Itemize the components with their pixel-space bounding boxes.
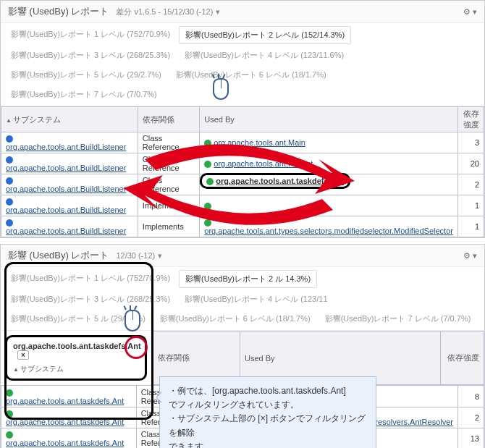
strength-cell: 3	[457, 132, 484, 153]
relation-cell: Class Reference	[138, 174, 199, 195]
col-header-strength[interactable]: 依存強度	[441, 331, 484, 385]
usedby-link[interactable]: org.apache.tools.ant.types.selectors.mod…	[204, 227, 453, 235]
class-icon	[204, 203, 211, 210]
callout-line: ・例では、[org.apache.tools.ant.taskdefs.Ant]	[169, 384, 367, 398]
strength-cell: 20	[457, 153, 484, 174]
callout-line: ・サブシステム上部の [×] ボタンでフィルタリングを解除	[169, 412, 367, 439]
table-row: org.apache.tools.ant.BuildListener Imple…	[1, 216, 484, 237]
mouse-cursor-icon	[210, 72, 232, 101]
panel-title: 影響 (UsedBy) レポート	[8, 5, 109, 18]
relation-cell: Implements	[138, 195, 199, 216]
col-header-usedby[interactable]: Used By	[200, 107, 458, 132]
tab-level-2[interactable]: 影響(UsedBy)レポート 2 レベル (152/14.3%)	[179, 26, 351, 44]
tab-level-5[interactable]: 影響(UsedBy)レポート 5 レベル (29/2.7%)	[5, 67, 167, 83]
class-icon	[206, 178, 214, 185]
filter-clear-button[interactable]: ×	[17, 350, 29, 360]
report-table-top: ▲サブシステム 依存関係 Used By 依存強度 org.apache.too…	[1, 106, 484, 237]
tab-level-3[interactable]: 影響(UsedBy)レポート 3 レベル (268/25.3%)	[5, 291, 176, 308]
subsystem-link[interactable]: org.apache.tools.ant.BuildListener	[6, 227, 126, 235]
col-header-relation[interactable]: 依存関係	[138, 107, 199, 132]
subsystem-link[interactable]: org.apache.tools.ant.taskdefs.Ant	[6, 439, 124, 447]
col-header-strength[interactable]: 依存強度	[457, 107, 484, 132]
tabs-row: 影響(UsedBy)レポート 1 レベル (752/70.9%) 影響(Used…	[1, 23, 484, 106]
strength-cell: 2	[457, 174, 484, 195]
tabs-row: 影響(UsedBy)レポート 1 レベル (752/70.9%) 影響(Used…	[1, 267, 484, 331]
gear-icon[interactable]: ⚙ ▾	[463, 7, 477, 17]
callout-line: でフィルタリングされています。	[169, 398, 367, 412]
tab-level-3[interactable]: 影響(UsedBy)レポート 3 レベル (268/25.3%)	[5, 47, 176, 64]
usedby-link[interactable]: org.apache.tools.ant.Main	[214, 138, 305, 147]
tab-level-4[interactable]: 影響(UsedBy)レポート 4 レベル (123/11.6%)	[179, 47, 350, 64]
class-icon	[204, 140, 211, 147]
report-panel-top: 影響 (UsedBy) レポート 差分 v1.6.5 - 15/12/30 (-…	[0, 0, 485, 238]
dropdown-icon[interactable]: ▾	[158, 251, 162, 261]
strength-cell: 8	[458, 386, 484, 407]
col-header-subsystem[interactable]: ▲サブシステム	[1, 107, 138, 132]
subsystem-link[interactable]: org.apache.tools.ant.taskdefs.Ant	[6, 418, 124, 426]
class-icon	[204, 161, 211, 168]
subsystem-link[interactable]: org.apache.tools.ant.BuildListener	[6, 206, 126, 214]
panel-header: 影響 (UsedBy) レポート 差分 v1.6.5 - 15/12/30 (-…	[1, 1, 484, 23]
usedby-link[interactable]: org.apache.tools.ant.Project	[214, 159, 313, 168]
tab-level-1[interactable]: 影響(UsedBy)レポート 1 レベル (752/70.9%)	[5, 270, 176, 288]
subsystem-link[interactable]: org.apache.tools.ant.BuildListener	[6, 164, 126, 172]
callout-line: できます。	[169, 440, 367, 448]
class-icon	[6, 410, 13, 418]
tab-level-7[interactable]: 影響(UsedBy)レポート 7 レベル (7/0.7%)	[5, 86, 163, 103]
class-icon	[6, 389, 13, 397]
subsystem-link[interactable]: org.apache.tools.ant.taskdefs.Ant	[6, 397, 124, 405]
panel-header: 影響 (UsedBy) レポート 12/30 (-12) ▾ ⚙ ▾	[1, 245, 484, 267]
usedby-cell-highlighted: org.apache.tools.ant.taskdefs.Ant	[200, 174, 458, 195]
subsystem-link[interactable]: org.apache.tools.ant.BuildListener	[6, 143, 126, 151]
filter-text: org.apache.tools.ant.taskdefs.Ant ×	[13, 342, 139, 360]
strength-cell: 1	[457, 195, 484, 216]
table-row: org.apache.tools.ant.BuildListener Class…	[1, 153, 484, 174]
panel-diff-label: 差分 v1.6.5 - 15/12/30 (-12)	[116, 7, 213, 17]
tab-level-6[interactable]: 影響(UsedBy)レポート 6 レベル (18/1.7%)	[154, 310, 316, 327]
dropdown-icon[interactable]: ▾	[216, 7, 220, 17]
tab-level-4[interactable]: 影響(UsedBy)レポート 4 レベル (123/11	[179, 291, 333, 308]
strength-cell: 1	[457, 216, 484, 237]
info-icon	[6, 198, 13, 206]
info-icon	[6, 156, 13, 164]
info-icon	[6, 135, 13, 143]
relation-cell: Implements	[138, 216, 199, 237]
table-row: org.apache.tools.ant.BuildListener Class…	[1, 174, 484, 195]
tab-level-6[interactable]: 影響(UsedBy)レポート 6 レベル (18/1.7%)	[170, 67, 332, 83]
info-icon	[6, 219, 13, 227]
panel-diff-label: 12/30 (-12)	[116, 251, 155, 260]
table-row: org.apache.tools.ant.BuildListener Class…	[1, 132, 484, 153]
relation-cell: Class Reference	[138, 132, 199, 153]
tab-level-7[interactable]: 影響(UsedBy)レポート 7 レベル (7/0.7%)	[319, 310, 477, 327]
col-header-subsystem[interactable]: サブシステム	[20, 365, 64, 373]
tab-level-1[interactable]: 影響(UsedBy)レポート 1 レベル (752/70.9%)	[5, 26, 176, 44]
class-icon	[6, 431, 13, 439]
strength-cell: 13	[458, 428, 484, 448]
gear-icon[interactable]: ⚙ ▾	[463, 251, 477, 261]
highlight-annotation: org.apache.tools.ant.taskdefs.Ant	[200, 173, 350, 189]
subsystem-link[interactable]: org.apache.tools.ant.BuildListener	[6, 185, 126, 193]
info-icon	[6, 177, 13, 185]
table-row: org.apache.tools.ant.BuildListener Imple…	[1, 195, 484, 216]
help-callout: ・例では、[org.apache.tools.ant.taskdefs.Ant]…	[159, 376, 376, 448]
class-icon	[204, 219, 211, 227]
panel-title: 影響 (UsedBy) レポート	[8, 249, 109, 262]
tab-level-2[interactable]: 影響(UsedBy)レポート 2 ル 14.3%)	[179, 270, 317, 288]
strength-cell: 2	[458, 407, 484, 428]
mouse-cursor-icon	[122, 304, 143, 333]
filter-chip-box: org.apache.tools.ant.taskdefs.Ant × ▲サブシ…	[5, 335, 147, 381]
relation-cell: Class Reference	[138, 153, 199, 174]
